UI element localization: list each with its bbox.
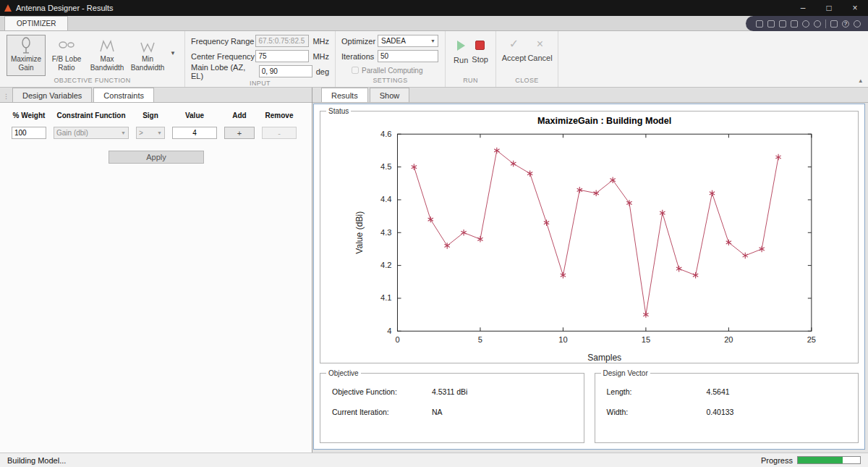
constraints-table: % Weight Constraint Function Sign Value … bbox=[6, 112, 306, 139]
constraint-function-select[interactable]: Gain (dbi) ▼ bbox=[54, 127, 129, 139]
max-bandwidth-icon bbox=[98, 37, 116, 54]
status-legend: Status bbox=[326, 107, 351, 115]
close-icon[interactable]: × bbox=[842, 0, 868, 16]
accept-button-label: Accept bbox=[502, 54, 527, 62]
statusbar: Building Model... Progress bbox=[0, 453, 868, 467]
x-tick-label: 5 bbox=[478, 335, 482, 344]
constraints-panel: ⋮ Design Variables Constraints % Weight … bbox=[0, 88, 312, 453]
stop-button[interactable]: Stop bbox=[472, 34, 488, 77]
progress-label: Progress bbox=[761, 456, 793, 465]
cut-icon[interactable] bbox=[767, 20, 775, 28]
objective-function-label: Objective Function: bbox=[332, 387, 432, 396]
constraint-value-input[interactable] bbox=[172, 127, 217, 139]
frequency-range-input[interactable] bbox=[255, 35, 309, 47]
maximize-gain-button[interactable]: Maximize Gain bbox=[7, 35, 46, 76]
current-iteration-row: Current Iteration: NA bbox=[332, 408, 578, 416]
length-label: Length: bbox=[607, 387, 707, 396]
section-objective-function: Maximize Gain F/B Lobe Ratio Max Bandwid… bbox=[0, 31, 185, 87]
tab-constraints[interactable]: Constraints bbox=[93, 88, 154, 102]
gain-icon bbox=[17, 37, 35, 54]
undo-icon[interactable] bbox=[802, 20, 809, 28]
fb-lobe-ratio-button[interactable]: F/B Lobe Ratio bbox=[47, 35, 86, 76]
design-vector-groupbox: Design Vector Length: 4.5641 Width: 0.40… bbox=[595, 369, 859, 443]
remove-constraint-button[interactable]: - bbox=[262, 127, 297, 139]
ribbon: Maximize Gain F/B Lobe Ratio Max Bandwid… bbox=[0, 31, 868, 88]
x-tick-label: 0 bbox=[395, 335, 399, 344]
section-settings: Optimizer SADEA ▼ Iterations Parallel Co… bbox=[336, 31, 446, 87]
iterations-input[interactable] bbox=[378, 50, 438, 62]
section-label: SETTINGS bbox=[341, 77, 439, 87]
parallel-computing-checkbox[interactable] bbox=[352, 67, 359, 74]
tab-show[interactable]: Show bbox=[370, 88, 410, 102]
design-vector-legend: Design Vector bbox=[601, 369, 650, 377]
chart-title: MaximizeGain : Building Model bbox=[537, 116, 671, 126]
status-groupbox: Status 051015202544.14.24.34.44.54.6Maxi… bbox=[320, 107, 859, 363]
redo-icon[interactable] bbox=[814, 20, 821, 28]
section-close: ✓ Accept × Cancel CLOSE bbox=[496, 31, 558, 87]
account-icon[interactable] bbox=[854, 20, 861, 28]
y-tick-label: 4.6 bbox=[380, 129, 391, 138]
apply-button[interactable]: Apply bbox=[109, 151, 204, 164]
paste-icon[interactable] bbox=[791, 20, 798, 28]
section-label: OBJECTIVE FUNCTION bbox=[6, 77, 179, 87]
save-icon[interactable] bbox=[756, 20, 763, 28]
stop-button-label: Stop bbox=[472, 55, 488, 64]
section-label: RUN bbox=[451, 77, 490, 87]
frequency-range-unit: MHz bbox=[309, 37, 329, 46]
center-frequency-input[interactable] bbox=[255, 50, 309, 62]
objective-gallery-dropdown-icon[interactable]: ▼ bbox=[168, 34, 178, 77]
main-lobe-input[interactable] bbox=[259, 65, 312, 77]
cancel-button[interactable]: × Cancel bbox=[529, 34, 552, 77]
length-value: 4.5641 bbox=[707, 387, 730, 396]
y-tick-label: 4.2 bbox=[380, 261, 391, 269]
progress-area: Progress bbox=[761, 456, 861, 465]
optimizer-label: Optimizer bbox=[341, 37, 378, 46]
optimizer-select[interactable]: SADEA ▼ bbox=[378, 35, 438, 47]
accept-button[interactable]: ✓ Accept bbox=[503, 34, 526, 77]
window-title: Antenna Designer - Results bbox=[16, 4, 114, 12]
width-value: 0.40133 bbox=[707, 408, 734, 416]
tab-optimizer[interactable]: OPTIMIZER bbox=[4, 16, 68, 30]
stop-icon bbox=[475, 41, 485, 50]
frequency-range-label: Frequency Range bbox=[191, 37, 255, 46]
center-frequency-label: Center Frequency bbox=[191, 52, 255, 61]
maximize-icon[interactable]: □ bbox=[816, 0, 842, 16]
section-label: CLOSE bbox=[502, 77, 552, 87]
gain-chart-svg: 051015202544.14.24.34.44.54.6MaximizeGai… bbox=[352, 112, 826, 366]
weight-input[interactable] bbox=[12, 127, 46, 139]
help-icon[interactable]: ? bbox=[842, 20, 849, 28]
add-constraint-button[interactable]: + bbox=[224, 127, 255, 139]
lobe-ratio-icon bbox=[57, 37, 76, 54]
min-bandwidth-icon bbox=[138, 37, 157, 54]
optimizer-value: SADEA bbox=[381, 37, 430, 45]
constraints-body: % Weight Constraint Function Sign Value … bbox=[0, 103, 312, 453]
objective-legend: Objective bbox=[326, 369, 361, 377]
main-lobe-unit: deg bbox=[312, 67, 329, 76]
accept-check-icon: ✓ bbox=[509, 39, 519, 50]
right-panel-tabs: Results Show bbox=[312, 88, 868, 103]
minimize-icon[interactable]: – bbox=[790, 0, 816, 16]
y-tick-label: 4.3 bbox=[380, 227, 391, 236]
gain-chart: 051015202544.14.24.34.44.54.6MaximizeGai… bbox=[352, 112, 826, 366]
run-button[interactable]: Run bbox=[453, 34, 469, 77]
objective-button-label: Max Bandwidth bbox=[89, 55, 125, 72]
max-bandwidth-button[interactable]: Max Bandwidth bbox=[88, 35, 127, 76]
progress-fill bbox=[798, 457, 843, 463]
tab-design-variables[interactable]: Design Variables bbox=[12, 88, 92, 102]
results-panel: Results Show Status 051015202544.14.24.3… bbox=[312, 88, 868, 453]
tab-results[interactable]: Results bbox=[321, 88, 368, 102]
collapse-ribbon-icon[interactable]: ▴ bbox=[859, 77, 862, 84]
y-tick-label: 4.1 bbox=[380, 293, 391, 302]
sign-select[interactable]: > ▼ bbox=[136, 127, 165, 139]
layout-icon[interactable] bbox=[830, 20, 838, 28]
ribbon-tab-row: OPTIMIZER ? bbox=[0, 16, 868, 31]
status-message: Building Model... bbox=[7, 456, 66, 465]
copy-icon[interactable] bbox=[779, 20, 786, 28]
plot-area bbox=[397, 134, 811, 331]
current-iteration-label: Current Iteration: bbox=[332, 408, 432, 416]
objective-button-label: Min Bandwidth bbox=[129, 55, 166, 72]
y-tick-label: 4.4 bbox=[380, 195, 391, 203]
min-bandwidth-button[interactable]: Min Bandwidth bbox=[128, 35, 167, 76]
chevron-down-icon: ▼ bbox=[430, 38, 435, 43]
main-lobe-label: Main Lobe (AZ, EL) bbox=[191, 63, 259, 80]
